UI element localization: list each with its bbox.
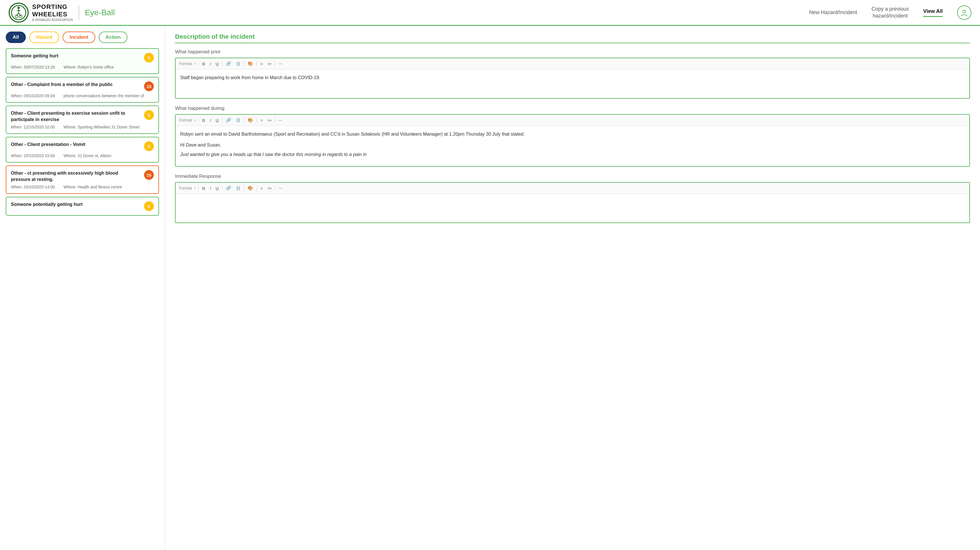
header-nav: New Hazard/Incident Copy a previous haza… (809, 5, 971, 20)
incident-meta: When: 12/10/2020 10:00Where: Sporting Wh… (11, 125, 154, 129)
brand-name2: WHEELIES (32, 11, 73, 18)
italic-btn-during[interactable]: / (208, 117, 212, 123)
incident-where: Where: Health and fitness centre (64, 185, 122, 189)
format-select-during[interactable]: Format (179, 118, 192, 122)
incident-where: Where: Robyn's home office (64, 65, 114, 70)
unlink-btn-prior[interactable]: ⛓️ (235, 61, 242, 67)
format-select-response[interactable]: Format (179, 186, 192, 190)
during-text-2: Hi Dave and Susan, (180, 141, 965, 149)
user-avatar[interactable] (957, 5, 971, 20)
incident-item[interactable]: Other - Complaint from a member of the p… (6, 77, 159, 103)
filter-hazard[interactable]: Hazard (29, 32, 59, 43)
bullet-btn-prior[interactable]: ≡• (266, 61, 273, 67)
editor-prior[interactable]: Format ▾ B / U 🔗 ⛓️ 🎨 ≡ ≡• ··· Staff beg… (175, 58, 970, 99)
incident-title: Other - Client presenting to exercise se… (11, 110, 137, 122)
filter-all[interactable]: All (6, 32, 26, 43)
editor-content-response[interactable] (176, 194, 969, 222)
incident-meta: When: 30/07/2020 13:20Where: Robyn's hom… (11, 65, 154, 70)
incident-meta: When: 20/10/2020 14:00Where: Health and … (11, 185, 154, 189)
toolbar-divider2 (222, 61, 223, 67)
incident-when: When: 20/10/2020 14:00 (11, 185, 55, 189)
list-btn-prior[interactable]: ≡ (259, 61, 264, 67)
bullet-btn-response[interactable]: ≡• (266, 185, 273, 191)
toolbar-divider-r2 (222, 185, 223, 191)
more-btn-during[interactable]: ··· (277, 117, 283, 123)
incident-title: Someone getting hurt (11, 53, 58, 59)
unlink-btn-during[interactable]: ⛓️ (235, 117, 242, 123)
underline-btn-prior[interactable]: U (214, 61, 220, 67)
incident-where: Where: Sporting Wheelies 31 Dover Street (64, 125, 140, 129)
toolbar-during: Format ▾ B / U 🔗 ⛓️ 🎨 ≡ ≡• ··· (176, 115, 969, 126)
format-select-prior[interactable]: Format (179, 61, 192, 66)
list-btn-during[interactable]: ≡ (259, 117, 264, 123)
bold-btn-response[interactable]: B (201, 185, 206, 191)
italic-btn-response[interactable]: / (208, 185, 212, 191)
editor-response[interactable]: Format ▾ B / U 🔗 ⛓️ 🎨 ≡ ≡• ··· (175, 182, 970, 223)
list-btn-response[interactable]: ≡ (259, 185, 264, 191)
incident-badge: 5 (144, 110, 154, 120)
italic-btn-prior[interactable]: / (208, 61, 212, 67)
bullet-btn-during[interactable]: ≡• (266, 117, 273, 123)
more-btn-response[interactable]: ··· (277, 185, 283, 191)
link-btn-during[interactable]: 🔗 (225, 117, 232, 123)
editor-during[interactable]: Format ▾ B / U 🔗 ⛓️ 🎨 ≡ ≡• ··· Robyn sen… (175, 114, 970, 166)
paint-btn-during[interactable]: 🎨 (247, 117, 254, 123)
toolbar-divider3 (244, 61, 244, 67)
incident-item[interactable]: Someone potentially getting hurt6 (6, 197, 159, 216)
paint-btn-prior[interactable]: 🎨 (247, 60, 254, 67)
nav-new-hazard[interactable]: New Hazard/Incident (809, 9, 857, 16)
toolbar-divider-r1 (198, 185, 199, 191)
incident-item[interactable]: Other - ct presenting with excessively h… (6, 165, 159, 194)
toolbar-divider (198, 61, 199, 67)
filter-tabs: All Hazard Incident Action (6, 32, 159, 43)
incident-title: Someone potentially getting hurt (11, 201, 83, 208)
during-text-1: Robyn sent an email to David Bartholomae… (180, 130, 965, 138)
editor-content-prior[interactable]: Staff began preparing to work from home … (176, 70, 969, 98)
incident-when: When: 20/10/2020 15:00 (11, 154, 55, 158)
brand-sub: & DISABLED ASSOCIATION (32, 18, 73, 22)
filter-incident[interactable]: Incident (62, 32, 95, 43)
incident-meta: When: 09/10/2020 09:49phone conversation… (11, 94, 154, 98)
underline-btn-during[interactable]: U (214, 117, 220, 123)
right-panel: Description of the incident What happene… (165, 26, 980, 550)
incident-badge: 5 (144, 141, 154, 151)
field-label-during: What happened during (175, 106, 970, 111)
bold-btn-during[interactable]: B (201, 117, 206, 123)
incident-item[interactable]: Someone getting hurt5When: 30/07/2020 13… (6, 48, 159, 74)
svg-point-4 (963, 10, 966, 13)
incident-badge: 6 (144, 201, 154, 211)
incident-list: Someone getting hurt5When: 30/07/2020 13… (6, 48, 159, 544)
nav-copy-previous[interactable]: Copy a previous hazard/incident (872, 6, 909, 19)
toolbar-divider-d3 (244, 117, 244, 123)
incident-where: Where: 31 Dover st, Albion (64, 154, 111, 158)
header: SPORTING WHEELIES & DISABLED ASSOCIATION… (0, 0, 980, 26)
bold-btn-prior[interactable]: B (201, 61, 206, 67)
toolbar-divider-r3 (244, 185, 244, 191)
toolbar-divider-d1 (198, 117, 199, 123)
incident-item[interactable]: Other - Client presentation - Vomit5When… (6, 137, 159, 163)
header-divider (79, 5, 79, 20)
nav-view-all[interactable]: View All (923, 8, 943, 17)
incident-badge: 15 (144, 170, 154, 180)
incident-item[interactable]: Other - Client presenting to exercise se… (6, 106, 159, 134)
field-label-prior: What happened prior (175, 49, 970, 55)
incident-title: Other - ct presenting with excessively h… (11, 170, 137, 182)
incident-badge: 5 (144, 53, 154, 62)
underline-btn-response[interactable]: U (214, 185, 220, 191)
brand-name: SPORTING (32, 3, 73, 11)
toolbar-divider-d4 (256, 117, 257, 123)
link-btn-prior[interactable]: 🔗 (225, 60, 232, 67)
paint-btn-response[interactable]: 🎨 (247, 185, 254, 191)
incident-when: When: 12/10/2020 10:00 (11, 125, 55, 129)
filter-action[interactable]: Action (99, 32, 128, 43)
editor-content-during[interactable]: Robyn sent an email to David Bartholomae… (176, 126, 969, 166)
toolbar-divider-r4 (256, 185, 257, 191)
section-title: Description of the incident (175, 33, 970, 43)
unlink-btn-response[interactable]: ⛓️ (235, 185, 242, 191)
incident-title: Other - Complaint from a member of the p… (11, 81, 113, 88)
incident-title: Other - Client presentation - Vomit (11, 141, 85, 148)
incident-badge: 15 (144, 81, 154, 91)
more-btn-prior[interactable]: ··· (277, 61, 283, 67)
link-btn-response[interactable]: 🔗 (225, 185, 232, 191)
app-title: Eye-Ball (85, 8, 115, 17)
